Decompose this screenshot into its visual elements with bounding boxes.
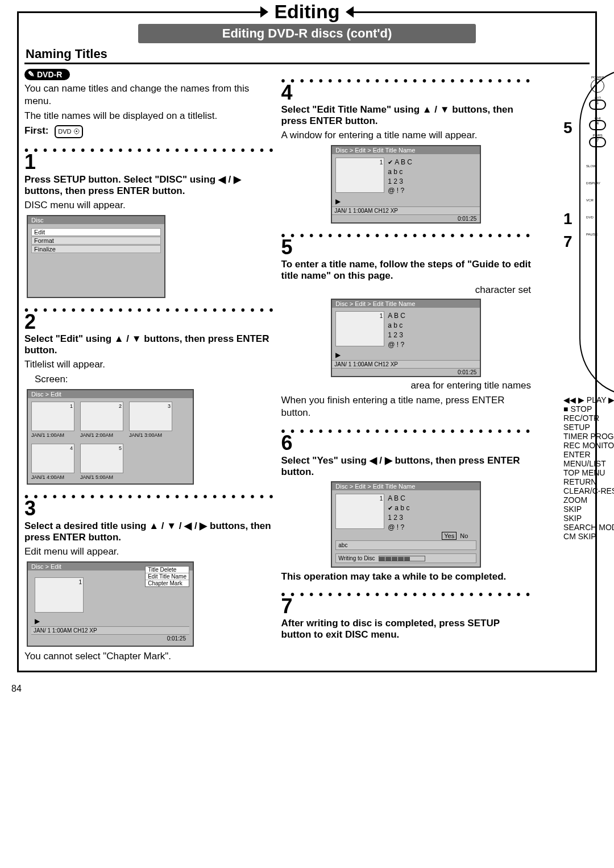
status-line: JAN/ 1 1:00AM CH12 XP bbox=[31, 626, 189, 635]
menu-item: Edit bbox=[31, 228, 161, 236]
write-label: Writing to Disc bbox=[338, 555, 375, 561]
popup-menu: Title Delete Edit Title Name Chapter Mar… bbox=[145, 566, 189, 587]
progress-bar bbox=[379, 556, 425, 561]
step1-body: DISC menu will appear. bbox=[24, 199, 275, 212]
first-label: First: bbox=[24, 125, 49, 136]
step3-body: Edit menu will appear. bbox=[24, 545, 275, 558]
step4-body: A window for entering a title name will … bbox=[281, 129, 532, 142]
yes-button[interactable]: Yes bbox=[442, 532, 457, 540]
manual-page: Editing Editing DVD-R discs (cont'd) Nam… bbox=[17, 11, 597, 672]
remote-control-diagram: POWER REC SPEED AUDIO OPEN/CLOSE @!?1 AB… bbox=[579, 69, 614, 395]
column-2: • • • • • • • • • • • • • • • • • • • • … bbox=[281, 69, 532, 665]
screen-titlebar: Disc > Edit > Edit Title Name bbox=[332, 482, 480, 490]
page-number: 84 bbox=[11, 684, 614, 694]
step2-heading: Select "Edit" using ▲ / ▼ buttons, then … bbox=[24, 333, 275, 356]
step1-heading: Press SETUP button. Select "DISC" using … bbox=[24, 173, 275, 197]
divider-dots: • • • • • • • • • • • • • • • • • • • • … bbox=[281, 229, 532, 237]
dvd-r-badge: DVD-R bbox=[24, 69, 70, 80]
divider-dots: • • • • • • • • • • • • • • • • • • • • … bbox=[24, 144, 275, 152]
screen-titlebar: Disc > Edit > Edit Title Name bbox=[332, 146, 480, 154]
charset-screen: Disc > Edit > Edit Title Name 1 A B C a … bbox=[331, 299, 481, 377]
column-1: DVD-R You can name titles and change the… bbox=[24, 69, 275, 665]
divider-dots: • • • • • • • • • • • • • • • • • • • • … bbox=[24, 490, 275, 498]
edit-title-name-screen: Disc > Edit > Edit Title Name 1 A B C a … bbox=[331, 145, 481, 224]
divider-dots: • • • • • • • • • • • • • • • • • • • • … bbox=[24, 304, 275, 312]
menu-item: Format bbox=[31, 237, 161, 245]
step6-heading: Select "Yes" using ◀ / ▶ buttons, then p… bbox=[281, 454, 532, 478]
intro-text-2: The title names will be displayed on a t… bbox=[24, 110, 275, 122]
step-number-6: 6 bbox=[281, 433, 532, 453]
step3-heading: Select a desired title using ▲ / ▼ / ◀ /… bbox=[24, 520, 275, 543]
divider-dots: • • • • • • • • • • • • • • • • • • • • … bbox=[281, 75, 532, 82]
step5-body: When you finish entering a title name, p… bbox=[281, 394, 532, 419]
callout-1: 1 bbox=[563, 210, 572, 228]
step-number-3: 3 bbox=[24, 498, 275, 519]
edit-menu-screen: Disc > Edit 1 Title Delete Edit Title Na… bbox=[27, 561, 194, 647]
page-title: Editing bbox=[262, 1, 352, 23]
divider-dots: • • • • • • • • • • • • • • • • • • • • … bbox=[281, 425, 532, 433]
screen-titlebar: Disc > Edit > Edit Title Name bbox=[332, 300, 480, 308]
confirm-screen: Disc > Edit > Edit Title Name 1 A B C a … bbox=[331, 481, 481, 568]
titlelist-screen: Disc > Edit 1JAN/1 1:00AM2JAN/1 2:00AM3J… bbox=[27, 389, 194, 485]
playback-time: 0:01:25 bbox=[31, 635, 189, 642]
disc-menu-screen: Disc Edit Format Finalize bbox=[27, 215, 165, 298]
step5-heading: To enter a title name, follow the steps … bbox=[281, 259, 532, 282]
divider-dots: • • • • • • • • • • • • • • • • • • • • … bbox=[281, 588, 532, 596]
intro-text-1: You can name titles and change the names… bbox=[24, 82, 275, 108]
step7-heading: After writing to disc is completed, pres… bbox=[281, 618, 532, 640]
step-number-7: 7 bbox=[281, 596, 532, 617]
section-heading: Naming Titles bbox=[24, 47, 590, 64]
page-subtitle: Editing DVD-R discs (cont'd) bbox=[138, 24, 476, 43]
callout-7: 7 bbox=[563, 233, 572, 251]
screen-titlebar: Disc bbox=[28, 216, 164, 224]
step-number-1: 1 bbox=[24, 152, 275, 172]
step-number-2: 2 bbox=[24, 312, 275, 332]
no-button[interactable]: No bbox=[458, 532, 470, 539]
dvd-disc-icon: DVD 🖸 bbox=[55, 125, 82, 138]
callout-5: 5 bbox=[563, 119, 572, 137]
menu-item: Finalize bbox=[31, 245, 161, 253]
step3-note: You cannot select "Chapter Mark". bbox=[24, 650, 275, 663]
step-number-4: 4 bbox=[281, 82, 532, 103]
step6-note: This operation may take a while to be co… bbox=[281, 571, 532, 582]
step4-heading: Select "Edit Title Name" using ▲ / ▼ but… bbox=[281, 104, 532, 127]
charset-label: character set bbox=[281, 284, 532, 296]
screen-label: Screen: bbox=[24, 373, 275, 386]
step-number-5: 5 bbox=[281, 237, 532, 258]
area-label: area for entering title names bbox=[281, 379, 532, 392]
column-3: 5 1 7 1 2 3 4 5 6 POWER REC SPEED AUDIO … bbox=[538, 69, 614, 665]
screen-titlebar: Disc > Edit bbox=[28, 390, 193, 398]
step2-body: Titlelist will appear. bbox=[24, 358, 275, 371]
